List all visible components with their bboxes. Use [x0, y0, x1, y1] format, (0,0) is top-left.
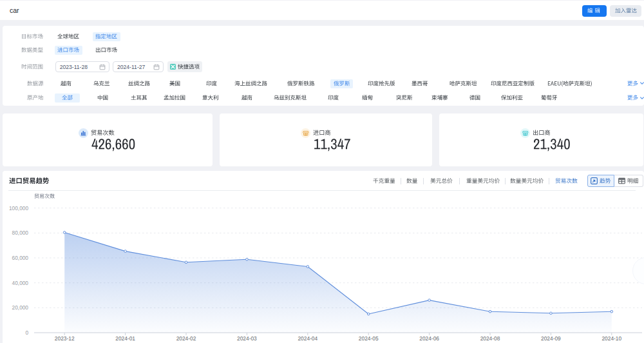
svg-text:2024-03: 2024-03 — [237, 335, 257, 342]
svg-text:2024-09: 2024-09 — [541, 335, 561, 342]
svg-text:2024-08: 2024-08 — [480, 335, 500, 342]
svg-text:2024-10: 2024-10 — [601, 335, 621, 342]
svg-text:2024-05: 2024-05 — [359, 335, 379, 342]
svg-text:2024-06: 2024-06 — [419, 335, 439, 342]
svg-text:0: 0 — [25, 329, 28, 336]
svg-text:20,000: 20,000 — [12, 304, 29, 311]
svg-text:40,000: 40,000 — [12, 280, 29, 286]
svg-text:80,000: 80,000 — [12, 230, 29, 236]
svg-text:2024-02: 2024-02 — [176, 335, 196, 342]
svg-text:100,000: 100,000 — [9, 205, 28, 211]
svg-text:2024-04: 2024-04 — [298, 335, 317, 342]
svg-text:60,000: 60,000 — [12, 255, 29, 261]
svg-text:2024-01: 2024-01 — [115, 335, 135, 342]
svg-text:2023-12: 2023-12 — [55, 335, 75, 342]
